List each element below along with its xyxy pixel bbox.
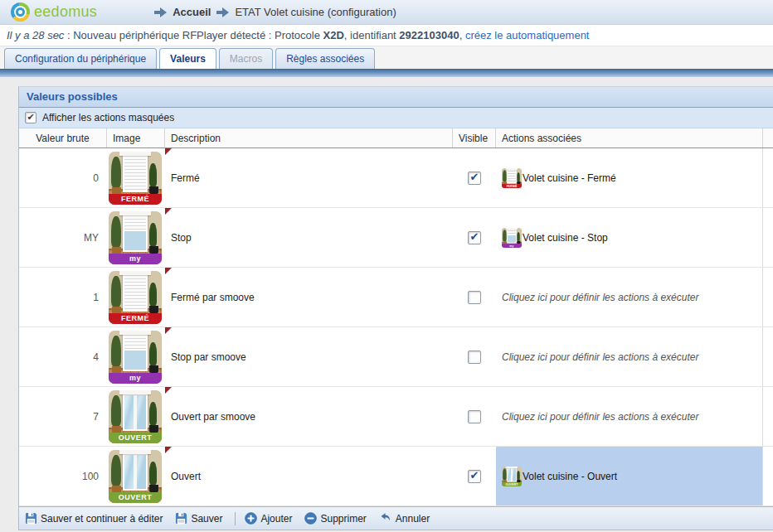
bottom-toolbar: Sauver et continuer à éditer Sauver Ajou… — [19, 506, 773, 530]
visible-cell — [453, 447, 496, 505]
volet-state-image: my — [502, 228, 522, 248]
extra-cell — [763, 148, 773, 207]
value-cell[interactable]: MY — [19, 208, 107, 267]
tab-configuration-du-peripherique[interactable]: Configuration du périphérique — [4, 48, 157, 69]
plant-icon — [503, 170, 507, 184]
eedomus-logo[interactable]: eedomus — [11, 2, 97, 22]
plant-icon — [111, 216, 121, 254]
value-cell[interactable]: 1 — [19, 268, 107, 326]
volet-state-image: FERMÉ — [109, 271, 162, 324]
actions-cell[interactable]: FERMÉ Volet cuisine - Fermé — [496, 148, 763, 207]
description-cell[interactable]: Ouvert — [165, 447, 453, 505]
tab-valeurs[interactable]: Valeurs — [159, 48, 216, 69]
actions-cell[interactable]: my Volet cuisine - Stop — [496, 208, 763, 267]
plant-icon — [517, 172, 520, 184]
value-cell[interactable]: 100 — [19, 447, 107, 505]
state-banner-label: my — [109, 254, 162, 264]
visible-checkbox[interactable] — [468, 231, 481, 244]
save-icon — [175, 512, 187, 525]
button-label: Sauver — [191, 513, 222, 525]
image-cell[interactable]: OUVERT — [107, 387, 165, 446]
actions-cell[interactable]: Cliquez ici pour définir les actions à e… — [496, 387, 763, 446]
value-cell[interactable]: 0 — [19, 148, 107, 207]
show-masked-checkbox[interactable] — [25, 112, 36, 123]
table-body: 0 FERMÉ Fermé FERMÉ Volet cuisine - Ferm… — [19, 148, 773, 506]
window-lintel — [119, 450, 151, 454]
visible-checkbox[interactable] — [468, 291, 481, 304]
actions-cell[interactable]: Cliquez ici pour définir les actions à e… — [496, 327, 763, 386]
image-cell[interactable]: FERMÉ — [107, 268, 165, 326]
breadcrumb-arrow-icon — [154, 7, 167, 17]
plant-icon — [111, 336, 121, 374]
state-banner-label: FERMÉ — [109, 313, 162, 324]
save-and-continue-button[interactable]: Sauver et continuer à éditer — [25, 512, 163, 525]
state-banner-label: my — [502, 244, 522, 248]
visible-checkbox[interactable] — [468, 351, 481, 364]
visible-checkbox[interactable] — [468, 410, 481, 423]
visible-checkbox[interactable] — [468, 470, 481, 483]
value-cell[interactable]: 4 — [19, 327, 107, 386]
action-label: Volet cuisine - Ouvert — [523, 471, 617, 482]
volet-state-image: OUVERT — [109, 390, 162, 443]
description-cell[interactable]: Stop — [165, 208, 453, 267]
visible-checkbox[interactable] — [468, 172, 481, 185]
state-banner-label: OUVERT — [109, 433, 162, 443]
create-device-link[interactable]: créez le automatiquement — [465, 29, 590, 41]
plant-icon — [111, 395, 121, 433]
visible-cell — [453, 327, 496, 386]
visible-cell — [453, 268, 496, 326]
breadcrumb-home[interactable]: Accueil — [173, 6, 211, 18]
state-banner-label: OUVERT — [109, 492, 162, 503]
description-cell[interactable]: Fermé — [165, 148, 453, 207]
image-cell[interactable]: OUVERT — [107, 447, 165, 505]
image-cell[interactable]: FERMÉ — [107, 148, 165, 207]
column-header-valeur-brute: Valeur brute — [19, 128, 107, 148]
extra-cell — [763, 208, 773, 267]
window — [123, 155, 148, 192]
image-cell[interactable]: my — [107, 208, 165, 267]
window — [507, 229, 516, 243]
add-button[interactable]: Ajouter — [245, 512, 292, 525]
show-masked-label: Afficher les actions masquées — [42, 112, 174, 123]
button-label: Ajouter — [260, 513, 292, 525]
edited-marker-icon — [165, 327, 172, 334]
edited-marker-icon — [165, 447, 172, 453]
eedomus-config-page: eedomus Accueil ETAT Volet cuisine (conf… — [0, 0, 773, 532]
edited-marker-icon — [165, 148, 172, 155]
window — [507, 169, 516, 183]
cancel-button[interactable]: Annuler — [379, 512, 430, 525]
plant-icon — [503, 468, 507, 482]
minus-circle-icon — [304, 512, 317, 525]
state-banner-label: my — [109, 373, 162, 384]
window — [507, 467, 516, 481]
button-label: Supprimer — [320, 513, 366, 525]
breadcrumb-current: ETAT Volet cuisine (configuration) — [235, 6, 396, 18]
visible-cell — [453, 148, 496, 207]
image-cell[interactable]: my — [107, 327, 165, 386]
volet-state-image: my — [109, 331, 162, 384]
actions-cell[interactable]: OUVERT Volet cuisine - Ouvert — [496, 447, 763, 505]
description-cell[interactable]: Ouvert par smoove — [165, 387, 453, 446]
table-row: 1 FERMÉ Fermé par smooveCliquez ici pour… — [19, 268, 773, 327]
actions-cell[interactable]: Cliquez ici pour définir les actions à e… — [496, 268, 763, 326]
description-cell[interactable]: Stop par smoove — [165, 327, 453, 386]
eedomus-logo-icon — [11, 2, 30, 22]
visible-cell — [453, 387, 496, 446]
valeurs-panel: Valeurs possibles Afficher les actions m… — [18, 86, 773, 530]
window — [123, 274, 148, 312]
tab-divider-strip — [0, 69, 773, 77]
tab-regles-associees[interactable]: Règles associées — [275, 48, 375, 69]
undo-icon — [379, 512, 392, 525]
volet-state-image: FERMÉ — [502, 168, 522, 188]
column-header-actions: Actions associées — [496, 128, 763, 148]
save-button[interactable]: Sauver — [175, 512, 222, 525]
table-row: 0 FERMÉ Fermé FERMÉ Volet cuisine - Ferm… — [19, 148, 773, 208]
top-bar: eedomus Accueil ETAT Volet cuisine (conf… — [0, 0, 773, 25]
delete-button[interactable]: Supprimer — [304, 512, 366, 525]
value-cell[interactable]: 7 — [19, 387, 107, 446]
table-row: 7 OUVERT Ouvert par smooveCliquez ici po… — [19, 387, 773, 447]
extra-cell — [763, 447, 773, 505]
extra-cell — [763, 268, 773, 326]
window-lintel — [506, 467, 518, 468]
description-cell[interactable]: Fermé par smoove — [165, 268, 453, 326]
